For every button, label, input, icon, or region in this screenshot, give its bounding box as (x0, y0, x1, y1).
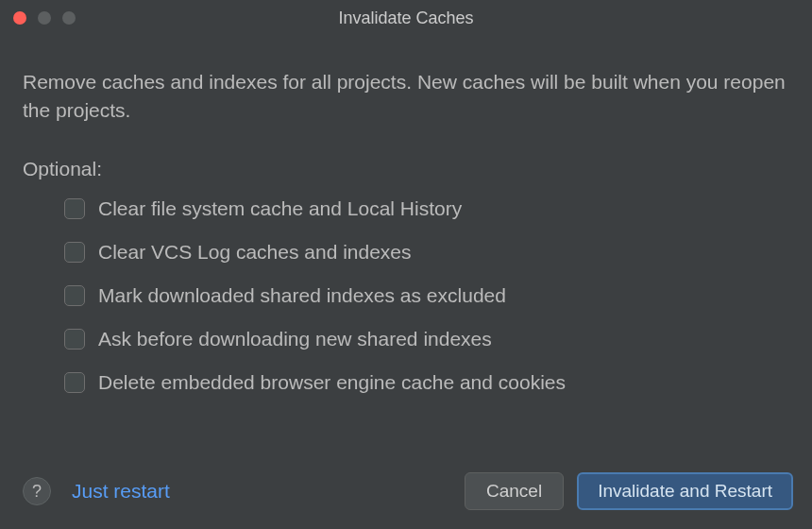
close-window-icon[interactable] (13, 11, 26, 25)
checkbox-clear-file-system-cache[interactable]: Clear file system cache and Local Histor… (64, 197, 789, 220)
help-icon: ? (32, 482, 42, 502)
checkbox-icon[interactable] (64, 285, 85, 306)
optional-label: Optional: (23, 158, 789, 180)
checkbox-ask-before-downloading[interactable]: Ask before downloading new shared indexe… (64, 328, 789, 350)
checkbox-icon[interactable] (64, 329, 85, 350)
just-restart-link[interactable]: Just restart (72, 480, 170, 503)
checkbox-icon[interactable] (64, 242, 85, 263)
checkbox-label: Delete embedded browser engine cache and… (98, 371, 566, 394)
checkbox-icon[interactable] (64, 372, 85, 393)
window-title: Invalidate Caches (338, 9, 473, 28)
checkbox-icon[interactable] (64, 198, 85, 219)
traffic-lights (13, 11, 76, 25)
checkbox-label: Ask before downloading new shared indexe… (98, 328, 492, 350)
cancel-button[interactable]: Cancel (465, 472, 564, 510)
checkbox-mark-shared-indexes-excluded[interactable]: Mark downloaded shared indexes as exclud… (64, 284, 789, 307)
minimize-window-icon[interactable] (38, 11, 51, 25)
checkbox-label: Clear VCS Log caches and indexes (98, 241, 412, 264)
dialog-description: Remove caches and indexes for all projec… (23, 68, 789, 126)
dialog-content: Remove caches and indexes for all projec… (0, 36, 812, 394)
dialog-footer: ? Just restart Cancel Invalidate and Res… (0, 472, 812, 510)
titlebar: Invalidate Caches (0, 0, 812, 36)
zoom-window-icon[interactable] (62, 11, 76, 25)
checkbox-clear-vcs-log[interactable]: Clear VCS Log caches and indexes (64, 241, 789, 264)
checkbox-label: Mark downloaded shared indexes as exclud… (98, 284, 506, 307)
help-button[interactable]: ? (23, 477, 51, 505)
invalidate-and-restart-button[interactable]: Invalidate and Restart (577, 472, 793, 510)
checkbox-delete-browser-cache[interactable]: Delete embedded browser engine cache and… (64, 371, 789, 394)
checkbox-list: Clear file system cache and Local Histor… (23, 197, 789, 394)
checkbox-label: Clear file system cache and Local Histor… (98, 197, 462, 220)
